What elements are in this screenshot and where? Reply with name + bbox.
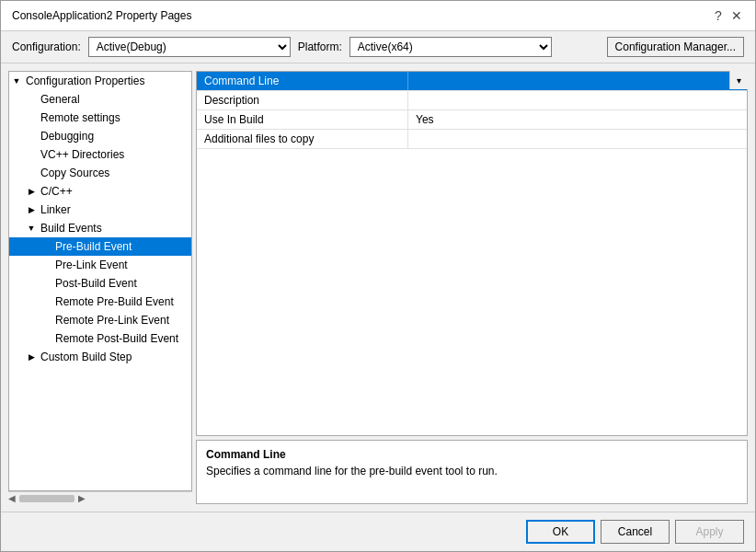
property-row[interactable]: Command Line [197,72,747,91]
tree-label-linker: Linker [40,203,191,216]
tree-item-general[interactable]: General [9,90,191,109]
main-content: ▼Configuration PropertiesGeneralRemote s… [1,63,755,512]
description-box: Command Line Specifies a command line fo… [196,440,748,504]
tree-spacer-remote-pre-link-event [39,313,53,328]
platform-select[interactable]: Active(x64) [349,37,552,57]
title-bar: ConsoleApplication2 Property Pages ? ✕ [1,1,755,31]
tree-item-vc-directories[interactable]: VC++ Directories [9,145,191,164]
tree-spacer-remote-pre-build-event [39,294,53,309]
configuration-manager-button[interactable]: Configuration Manager... [607,37,744,57]
tree-label-debugging: Debugging [40,130,191,143]
tree-label-c-cpp: C/C++ [40,185,191,198]
property-value-cell[interactable] [408,91,747,109]
tree-scrollbar[interactable]: ◀ ▶ [8,491,192,504]
tree-label-build-events: Build Events [40,222,191,235]
bottom-bar: OK Cancel Apply [1,512,755,551]
cancel-button[interactable]: Cancel [601,520,670,544]
tree-item-debugging[interactable]: Debugging [9,127,191,145]
tree-expander-linker[interactable]: ▶ [24,202,39,217]
tree-spacer-remote-post-build-event [39,331,53,346]
apply-button[interactable]: Apply [675,520,744,544]
right-panel: Command LineDescriptionUse In BuildYesAd… [196,71,748,504]
property-name-cell: Description [197,91,408,109]
tree-item-pre-link-event[interactable]: Pre-Link Event [9,256,191,274]
property-value-cell[interactable] [408,72,747,90]
property-name-cell: Use In Build [197,110,408,129]
tree-spacer-pre-link-event [39,258,53,272]
tree-spacer-post-build-event [39,276,53,291]
tree-item-copy-sources[interactable]: Copy Sources [9,164,191,182]
tree-expander-custom-build-step[interactable]: ▶ [24,350,39,364]
tree-spacer-copy-sources [24,166,39,180]
property-row[interactable]: Description [197,91,747,110]
tree-item-configuration-properties[interactable]: ▼Configuration Properties [9,72,191,90]
tree-item-c-cpp[interactable]: ▶C/C++ [9,182,191,201]
tree-spacer-remote-settings [24,110,39,125]
tree-item-custom-build-step[interactable]: ▶Custom Build Step [9,348,191,366]
tree-panel: ▼Configuration PropertiesGeneralRemote s… [8,71,192,491]
description-text: Specifies a command line for the pre-bui… [206,465,738,477]
tree-expander-build-events[interactable]: ▼ [24,221,39,236]
property-name-cell: Command Line [197,72,408,90]
tree-item-remote-pre-link-event[interactable]: Remote Pre-Link Event [9,311,191,329]
tree-spacer-pre-build-event [39,239,53,254]
tree-expander-configuration-properties[interactable]: ▼ [9,74,24,88]
tree-label-remote-pre-build-event: Remote Pre-Build Event [55,295,191,308]
property-value-cell: Yes [408,110,747,129]
property-grid-wrapper: Command LineDescriptionUse In BuildYesAd… [196,71,748,436]
description-title: Command Line [206,448,738,461]
tree-label-custom-build-step: Custom Build Step [40,351,191,363]
tree-label-remote-settings: Remote settings [40,111,191,124]
tree-item-post-build-event[interactable]: Post-Build Event [9,274,191,293]
tree-label-pre-link-event: Pre-Link Event [55,259,191,271]
config-label: Configuration: [12,40,81,53]
property-row[interactable]: Additional files to copy [197,130,747,149]
tree-label-post-build-event: Post-Build Event [55,277,191,290]
ok-button[interactable]: OK [526,520,595,544]
property-name-cell: Additional files to copy [197,130,408,148]
tree-label-remote-post-build-event: Remote Post-Build Event [55,332,191,345]
tree-label-remote-pre-link-event: Remote Pre-Link Event [55,314,191,327]
tree-label-copy-sources: Copy Sources [40,167,191,179]
help-button[interactable]: ? [711,8,726,23]
tree-label-configuration-properties: Configuration Properties [26,75,191,87]
property-pages-dialog: ConsoleApplication2 Property Pages ? ✕ C… [0,0,756,552]
tree-label-pre-build-event: Pre-Build Event [55,240,191,253]
tree-item-remote-post-build-event[interactable]: Remote Post-Build Event [9,329,191,348]
property-value-cell[interactable] [408,130,747,148]
property-grid: Command LineDescriptionUse In BuildYesAd… [196,71,748,436]
property-row[interactable]: Use In BuildYes [197,110,747,130]
tree-item-linker[interactable]: ▶Linker [9,201,191,219]
tree-spacer-vc-directories [24,147,39,162]
title-controls: ? ✕ [711,8,744,23]
horizontal-scrollbar-thumb[interactable] [19,495,74,502]
configuration-select[interactable]: Active(Debug) [88,37,291,57]
tree-spacer-general [24,92,39,107]
tree-label-general: General [40,93,191,106]
tree-item-build-events[interactable]: ▼Build Events [9,219,191,237]
tree-item-remote-settings[interactable]: Remote settings [9,109,191,127]
tree-item-pre-build-event[interactable]: Pre-Build Event [9,237,191,256]
tree-item-remote-pre-build-event[interactable]: Remote Pre-Build Event [9,293,191,311]
tree-label-vc-directories: VC++ Directories [40,148,191,161]
config-row: Configuration: Active(Debug) Platform: A… [1,31,755,63]
dialog-title: ConsoleApplication2 Property Pages [12,9,191,22]
close-button[interactable]: ✕ [729,8,744,23]
tree-expander-c-cpp[interactable]: ▶ [24,184,39,199]
grid-dropdown-arrow[interactable]: ▾ [729,71,748,89]
tree-spacer-debugging [24,129,39,144]
platform-label: Platform: [298,40,342,53]
